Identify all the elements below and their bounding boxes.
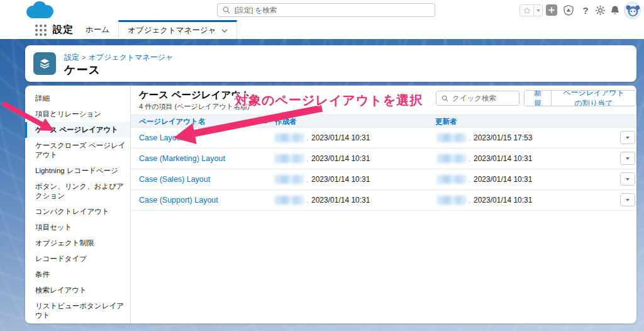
app-name-label: 設定 [53,23,74,36]
updated-date: 2023/01/14 10:31 [474,154,532,163]
row-actions-dropdown-button[interactable] [620,131,635,144]
sidebar-item-object-limits[interactable]: オブジェクト制限 [25,235,130,251]
row-actions-dropdown-button[interactable] [620,172,635,186]
sidebar-item-search-layouts[interactable]: 検索レイアウト [25,283,130,298]
breadcrumb-setup-link[interactable]: 設定 [64,53,79,62]
object-header-card: 設定>オブジェクトマネージャ ケース [25,45,636,82]
table-row: Case (Marketing) Layout 、 2023/01/14 10:… [131,149,636,169]
redacted-updated-by-name [437,154,466,163]
created-date: 2023/01/14 10:31 [311,196,370,205]
table-row: Case Layout 、 2023/01/14 10:31 、 2023/01… [131,128,636,149]
new-button[interactable]: 新規 [525,91,551,106]
user-avatar[interactable] [624,2,641,19]
favorites-split-button [519,4,543,16]
global-actions-plus-icon[interactable] [546,4,557,16]
column-created-by[interactable]: 作成者 [275,117,297,126]
header-button-group: 新規 ページレイアウトの割り当て [524,90,636,106]
row-actions-dropdown-button[interactable] [620,193,635,206]
favorites-star-icon[interactable] [520,5,534,16]
setup-nav-bar: 設定 ホーム オブジェクトマネージャ [0,20,644,39]
salesforce-setup-page: { "colors": { "brand_blue": "#00a1e0", "… [0,0,644,331]
created-date: 2023/01/14 10:31 [311,175,370,184]
sidebar-item-compact-layouts[interactable]: コンパクトレイアウト [25,204,130,220]
sidebar-item-field-sets[interactable]: 項目セット [25,220,130,235]
updated-date: 2023/01/14 10:31 [474,175,532,184]
search-icon [223,6,230,14]
redacted-created-by-name [275,175,304,184]
sidebar-item-case-page-layouts[interactable]: ケース ページレイアウト [25,122,130,138]
tab-object-manager[interactable]: オブジェクトマネージャ [118,20,236,39]
chevron-down-icon [221,29,228,33]
app-launcher-icon[interactable] [35,25,47,36]
global-header: [設定] を検索 ? [0,0,644,20]
salesforce-logo-icon [23,1,58,20]
quick-find-box[interactable]: クイック検索 [436,91,519,106]
row-actions-dropdown-button[interactable] [620,152,635,165]
redacted-created-by-name [275,154,304,163]
sort-ascending-icon [262,120,267,123]
object-detail-card: 詳細 項目とリレーション ケース ページレイアウト ケースクローズ ページレイア… [25,86,636,323]
object-sidebar: 詳細 項目とリレーション ケース ページレイアウト ケースクローズ ページレイア… [25,86,131,323]
item-count-label: 4 件の項目 (ページレイアウト名順) [139,102,250,111]
table-row: Case (Sales) Layout 、 2023/01/14 10:31 、… [131,169,636,190]
help-icon[interactable]: ? [581,4,590,16]
page-layouts-panel: ケース ページレイアウト 4 件の項目 (ページレイアウト名順) クイック検索 … [131,86,636,323]
redacted-created-by-name [275,196,304,205]
sidebar-item-fields-relationships[interactable]: 項目とリレーション [25,106,130,122]
object-manager-layers-icon [33,52,56,75]
created-date: 2023/01/14 10:31 [311,133,370,142]
column-updated-by[interactable]: 更新者 [435,117,457,126]
redacted-updated-by-name [437,175,466,184]
sidebar-item-conditions[interactable]: 条件 [25,267,130,283]
redacted-updated-by-name [437,133,466,142]
quick-find-placeholder: クイック検索 [452,94,496,103]
setup-gear-icon[interactable] [594,4,606,16]
global-search-box[interactable]: [設定] を検索 [217,3,435,17]
guidance-center-icon[interactable] [562,4,575,16]
page-layout-assignment-button[interactable]: ページレイアウトの割り当て [551,91,636,106]
layout-link-case-sales-layout[interactable]: Case (Sales) Layout [139,175,210,184]
sidebar-item-case-close-page-layouts[interactable]: ケースクローズ ページレイアウト [25,138,130,163]
setup-background: 設定>オブジェクトマネージャ ケース 詳細 項目とリレーション ケース ページレ… [0,39,644,331]
breadcrumb: 設定>オブジェクトマネージャ [64,52,173,63]
object-title: ケース [64,62,101,77]
search-icon [441,95,448,102]
sidebar-item-details[interactable]: 詳細 [25,91,130,106]
breadcrumb-object-manager-link[interactable]: オブジェクトマネージャ [88,53,173,62]
created-date: 2023/01/14 10:31 [311,154,370,163]
favorites-caret-icon[interactable] [534,5,542,16]
sidebar-item-buttons-links-actions[interactable]: ボタン、リンク、およびアクション [25,179,130,204]
column-page-layout-name[interactable]: ページレイアウト名 [139,117,205,126]
page-title: ケース ページレイアウト [139,89,251,102]
table-header-row: ページレイアウト名 作成者 更新者 [131,115,636,128]
updated-date: 2023/01/14 10:31 [474,196,532,205]
sidebar-item-lightning-record-pages[interactable]: Lightning レコードページ [25,163,130,179]
notifications-bell-icon[interactable] [609,4,621,16]
updated-date: 2023/01/15 17:53 [474,133,532,142]
tab-home[interactable]: ホーム [77,20,118,39]
annotation-select-page-layout: 対象のページレイアウトを選択 [235,92,423,109]
layout-link-case-marketing-layout[interactable]: Case (Marketing) Layout [139,154,225,163]
layout-link-case-layout[interactable]: Case Layout [139,133,183,142]
sidebar-item-list-view-button-layout[interactable]: リストビューボタンレイアウト [25,298,130,323]
sidebar-item-record-types[interactable]: レコードタイプ [25,251,130,267]
redacted-updated-by-name [437,196,466,205]
global-search-placeholder: [設定] を検索 [235,6,277,15]
setup-tabs: ホーム オブジェクトマネージャ [77,20,237,39]
redacted-created-by-name [275,133,304,142]
table-row: Case (Support) Layout 、 2023/01/14 10:31… [131,190,636,211]
layout-link-case-support-layout[interactable]: Case (Support) Layout [139,196,218,205]
